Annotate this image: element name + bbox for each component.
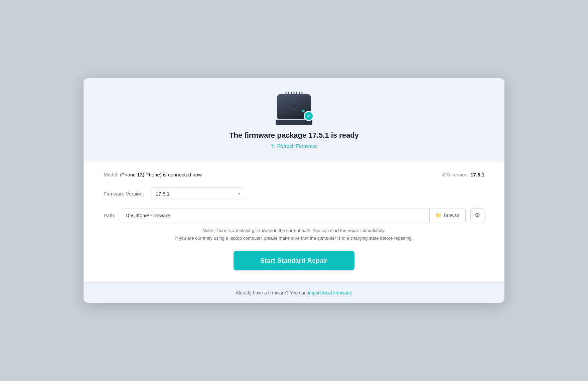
note-line-2: If you are currently using a laptop comp… xyxy=(104,235,484,242)
check-badge-icon: ✓ xyxy=(304,111,314,121)
refresh-firmware-label: Refresh Firmware xyxy=(277,143,317,149)
apple-logo-icon:  xyxy=(293,101,295,110)
footer-section: Already have a firmware? You can import … xyxy=(84,282,504,303)
refresh-firmware-link[interactable]: ↻ Refresh Firmware xyxy=(271,143,317,149)
path-row: Path: 📁 Browse ⚙ xyxy=(104,208,484,222)
firmware-ready-title: The firmware package 17.5.1 is ready xyxy=(229,131,359,140)
model-label: Model: xyxy=(104,172,119,177)
refresh-icon: ↻ xyxy=(271,143,275,149)
firmware-version-select[interactable]: 17.5.1 17.5 17.4.1 17.4 xyxy=(151,187,244,200)
path-input-wrap: 📁 Browse xyxy=(120,209,466,222)
ios-value: 17.5.1 xyxy=(470,172,484,177)
note-line-1: Note: There is a matching firmware in th… xyxy=(104,227,484,235)
firmware-version-row: Firmware Version: 17.5.1 17.5 17.4.1 17.… xyxy=(104,187,484,200)
path-input[interactable] xyxy=(120,209,429,222)
model-value: iPhone 13(iPhone) is connected now xyxy=(120,172,201,177)
firmware-version-label: Firmware Version: xyxy=(104,191,144,197)
settings-button[interactable]: ⚙ xyxy=(470,208,484,222)
ios-info: iOS version: 17.5.1 xyxy=(442,172,484,178)
device-info-row: Model: iPhone 13(iPhone) is connected no… xyxy=(104,172,484,178)
chip-dot-icon xyxy=(302,110,305,112)
ios-label: iOS version: xyxy=(442,172,469,177)
gear-icon: ⚙ xyxy=(475,212,480,219)
device-icon:  ✓ xyxy=(276,92,312,125)
firmware-version-select-wrapper: 17.5.1 17.5 17.4.1 17.4 ▾ xyxy=(151,187,244,200)
start-standard-repair-button[interactable]: Start Standard Repair xyxy=(234,251,354,270)
footer-text-after: . xyxy=(351,290,352,295)
details-section: Model: iPhone 13(iPhone) is connected no… xyxy=(84,161,504,282)
browse-button[interactable]: 📁 Browse xyxy=(429,209,465,222)
firmware-ready-section:  ✓ The firmware package 17.5.1 is ready… xyxy=(84,78,504,161)
browse-label: Browse xyxy=(444,213,459,218)
folder-icon: 📁 xyxy=(436,213,441,218)
model-info: Model: iPhone 13(iPhone) is connected no… xyxy=(104,172,202,178)
main-window:  ✓ The firmware package 17.5.1 is ready… xyxy=(84,78,504,303)
path-label: Path: xyxy=(104,213,115,218)
import-local-firmware-link[interactable]: import local firmware xyxy=(308,290,351,295)
footer-text-before: Already have a firmware? You can xyxy=(236,290,308,295)
note-text: Note: There is a matching firmware in th… xyxy=(104,227,484,242)
footer-text: Already have a firmware? You can import … xyxy=(104,290,484,295)
